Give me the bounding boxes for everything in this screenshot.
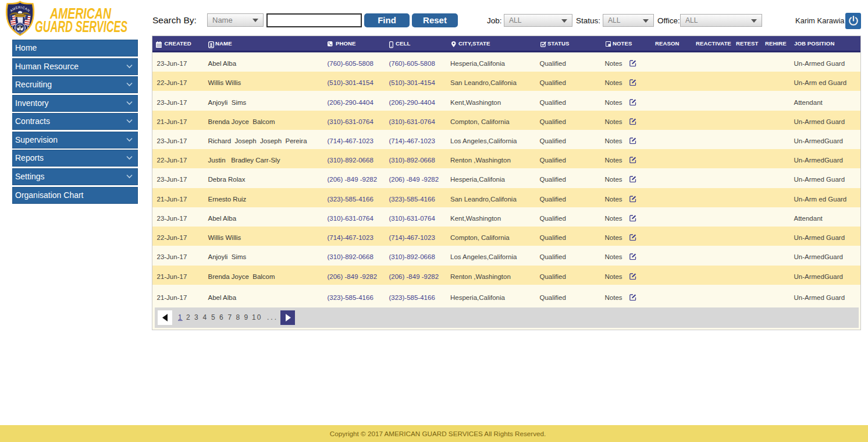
svg-text:GUARD SERVICES: GUARD SERVICES	[35, 18, 127, 36]
